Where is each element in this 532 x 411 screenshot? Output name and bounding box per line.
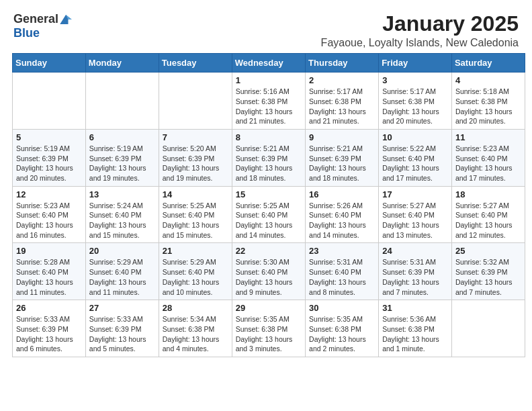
day-info: Sunrise: 5:30 AMSunset: 6:40 PMDaylight:… bbox=[236, 257, 302, 297]
day-number: 5 bbox=[16, 132, 82, 142]
calendar-cell: 13Sunrise: 5:24 AMSunset: 6:40 PMDayligh… bbox=[85, 186, 159, 243]
calendar-cell: 24Sunrise: 5:31 AMSunset: 6:39 PMDayligh… bbox=[379, 243, 452, 300]
calendar-cell: 1Sunrise: 5:16 AMSunset: 6:38 PMDaylight… bbox=[232, 73, 305, 130]
day-number: 12 bbox=[16, 189, 82, 199]
day-number: 14 bbox=[163, 189, 228, 199]
calendar-cell: 4Sunrise: 5:18 AMSunset: 6:38 PMDaylight… bbox=[451, 73, 525, 130]
day-number: 1 bbox=[236, 75, 302, 85]
calendar-cell: 19Sunrise: 5:28 AMSunset: 6:40 PMDayligh… bbox=[13, 243, 86, 300]
calendar-cell: 3Sunrise: 5:17 AMSunset: 6:38 PMDaylight… bbox=[379, 73, 452, 130]
calendar-week-row: 12Sunrise: 5:23 AMSunset: 6:40 PMDayligh… bbox=[13, 186, 525, 243]
calendar-cell: 29Sunrise: 5:35 AMSunset: 6:38 PMDayligh… bbox=[232, 300, 305, 357]
day-number: 30 bbox=[309, 303, 375, 313]
calendar-cell: 23Sunrise: 5:31 AMSunset: 6:40 PMDayligh… bbox=[306, 243, 379, 300]
calendar-cell: 10Sunrise: 5:22 AMSunset: 6:40 PMDayligh… bbox=[379, 129, 452, 186]
calendar-cell: 15Sunrise: 5:25 AMSunset: 6:40 PMDayligh… bbox=[232, 186, 305, 243]
day-info: Sunrise: 5:28 AMSunset: 6:40 PMDaylight:… bbox=[16, 257, 82, 297]
calendar-cell: 12Sunrise: 5:23 AMSunset: 6:40 PMDayligh… bbox=[13, 186, 86, 243]
calendar-cell: 21Sunrise: 5:29 AMSunset: 6:40 PMDayligh… bbox=[159, 243, 232, 300]
day-number: 20 bbox=[89, 246, 155, 256]
day-info: Sunrise: 5:21 AMSunset: 6:39 PMDaylight:… bbox=[309, 144, 375, 183]
day-number: 25 bbox=[455, 246, 521, 256]
day-number: 31 bbox=[382, 303, 448, 313]
calendar-cell: 25Sunrise: 5:32 AMSunset: 6:39 PMDayligh… bbox=[451, 243, 525, 300]
calendar-cell: 8Sunrise: 5:21 AMSunset: 6:39 PMDaylight… bbox=[232, 129, 305, 186]
calendar-cell: 7Sunrise: 5:20 AMSunset: 6:39 PMDaylight… bbox=[159, 129, 232, 186]
calendar-cell bbox=[451, 300, 525, 357]
day-info: Sunrise: 5:19 AMSunset: 6:39 PMDaylight:… bbox=[89, 144, 155, 183]
page-header: General Blue January 2025 Fayaoue, Loyal… bbox=[7, 7, 525, 49]
day-number: 18 bbox=[455, 189, 521, 199]
day-number: 2 bbox=[309, 75, 375, 85]
day-info: Sunrise: 5:23 AMSunset: 6:40 PMDaylight:… bbox=[455, 144, 521, 183]
weekday-header-sunday: Sunday bbox=[13, 54, 86, 73]
calendar-cell bbox=[159, 73, 232, 130]
day-number: 15 bbox=[236, 189, 302, 199]
logo-general-text: General bbox=[13, 12, 58, 26]
day-number: 17 bbox=[382, 189, 448, 199]
day-number: 24 bbox=[382, 246, 448, 256]
calendar-cell bbox=[13, 73, 86, 130]
day-info: Sunrise: 5:25 AMSunset: 6:40 PMDaylight:… bbox=[163, 201, 228, 240]
day-number: 16 bbox=[309, 189, 375, 199]
day-number: 3 bbox=[382, 75, 448, 85]
day-number: 13 bbox=[89, 189, 155, 199]
day-info: Sunrise: 5:20 AMSunset: 6:39 PMDaylight:… bbox=[163, 144, 228, 183]
day-number: 21 bbox=[163, 246, 228, 256]
logo-icon bbox=[60, 15, 72, 24]
calendar-cell: 16Sunrise: 5:26 AMSunset: 6:40 PMDayligh… bbox=[306, 186, 379, 243]
weekday-header-wednesday: Wednesday bbox=[232, 54, 305, 73]
calendar-cell: 20Sunrise: 5:29 AMSunset: 6:40 PMDayligh… bbox=[85, 243, 159, 300]
calendar-table: SundayMondayTuesdayWednesdayThursdayFrid… bbox=[12, 53, 525, 357]
calendar-wrapper: SundayMondayTuesdayWednesdayThursdayFrid… bbox=[7, 53, 525, 360]
day-number: 9 bbox=[309, 132, 375, 142]
day-number: 19 bbox=[16, 246, 82, 256]
logo: General Blue bbox=[13, 12, 72, 40]
day-number: 11 bbox=[455, 132, 521, 142]
day-info: Sunrise: 5:18 AMSunset: 6:38 PMDaylight:… bbox=[455, 87, 521, 126]
calendar-cell: 28Sunrise: 5:34 AMSunset: 6:38 PMDayligh… bbox=[159, 300, 232, 357]
calendar-cell bbox=[85, 73, 159, 130]
weekday-header-saturday: Saturday bbox=[451, 54, 525, 73]
calendar-cell: 6Sunrise: 5:19 AMSunset: 6:39 PMDaylight… bbox=[85, 129, 159, 186]
day-info: Sunrise: 5:29 AMSunset: 6:40 PMDaylight:… bbox=[163, 257, 228, 297]
calendar-cell: 17Sunrise: 5:27 AMSunset: 6:40 PMDayligh… bbox=[379, 186, 452, 243]
day-info: Sunrise: 5:16 AMSunset: 6:38 PMDaylight:… bbox=[236, 87, 302, 126]
day-info: Sunrise: 5:35 AMSunset: 6:38 PMDaylight:… bbox=[236, 314, 302, 354]
logo-blue-text: Blue bbox=[13, 26, 40, 40]
day-info: Sunrise: 5:31 AMSunset: 6:39 PMDaylight:… bbox=[382, 257, 448, 297]
day-info: Sunrise: 5:25 AMSunset: 6:40 PMDaylight:… bbox=[236, 201, 302, 240]
day-info: Sunrise: 5:17 AMSunset: 6:38 PMDaylight:… bbox=[382, 87, 448, 126]
calendar-cell: 14Sunrise: 5:25 AMSunset: 6:40 PMDayligh… bbox=[159, 186, 232, 243]
calendar-cell: 9Sunrise: 5:21 AMSunset: 6:39 PMDaylight… bbox=[306, 129, 379, 186]
calendar-cell: 31Sunrise: 5:36 AMSunset: 6:38 PMDayligh… bbox=[379, 300, 452, 357]
calendar-cell: 18Sunrise: 5:27 AMSunset: 6:40 PMDayligh… bbox=[451, 186, 525, 243]
month-title: January 2025 bbox=[321, 12, 519, 36]
day-info: Sunrise: 5:22 AMSunset: 6:40 PMDaylight:… bbox=[382, 144, 448, 183]
calendar-cell: 2Sunrise: 5:17 AMSunset: 6:38 PMDaylight… bbox=[306, 73, 379, 130]
calendar-week-row: 5Sunrise: 5:19 AMSunset: 6:39 PMDaylight… bbox=[13, 129, 525, 186]
weekday-header-monday: Monday bbox=[85, 54, 159, 73]
calendar-cell: 11Sunrise: 5:23 AMSunset: 6:40 PMDayligh… bbox=[451, 129, 525, 186]
day-info: Sunrise: 5:32 AMSunset: 6:39 PMDaylight:… bbox=[455, 257, 521, 297]
weekday-header-friday: Friday bbox=[379, 54, 452, 73]
title-section: January 2025 Fayaoue, Loyalty Islands, N… bbox=[321, 12, 519, 49]
day-number: 22 bbox=[236, 246, 302, 256]
day-info: Sunrise: 5:27 AMSunset: 6:40 PMDaylight:… bbox=[455, 201, 521, 240]
calendar-cell: 26Sunrise: 5:33 AMSunset: 6:39 PMDayligh… bbox=[13, 300, 86, 357]
calendar-cell: 27Sunrise: 5:33 AMSunset: 6:39 PMDayligh… bbox=[85, 300, 159, 357]
calendar-cell: 22Sunrise: 5:30 AMSunset: 6:40 PMDayligh… bbox=[232, 243, 305, 300]
day-number: 28 bbox=[163, 303, 228, 313]
calendar-cell: 5Sunrise: 5:19 AMSunset: 6:39 PMDaylight… bbox=[13, 129, 86, 186]
calendar-week-row: 19Sunrise: 5:28 AMSunset: 6:40 PMDayligh… bbox=[13, 243, 525, 300]
day-number: 6 bbox=[89, 132, 155, 142]
day-info: Sunrise: 5:24 AMSunset: 6:40 PMDaylight:… bbox=[89, 201, 155, 240]
weekday-header-row: SundayMondayTuesdayWednesdayThursdayFrid… bbox=[13, 54, 525, 73]
day-number: 26 bbox=[16, 303, 82, 313]
day-info: Sunrise: 5:17 AMSunset: 6:38 PMDaylight:… bbox=[309, 87, 375, 126]
day-info: Sunrise: 5:19 AMSunset: 6:39 PMDaylight:… bbox=[16, 144, 82, 183]
day-info: Sunrise: 5:27 AMSunset: 6:40 PMDaylight:… bbox=[382, 201, 448, 240]
location-title: Fayaoue, Loyalty Islands, New Caledonia bbox=[321, 37, 519, 49]
day-number: 4 bbox=[455, 75, 521, 85]
day-info: Sunrise: 5:36 AMSunset: 6:38 PMDaylight:… bbox=[382, 314, 448, 354]
